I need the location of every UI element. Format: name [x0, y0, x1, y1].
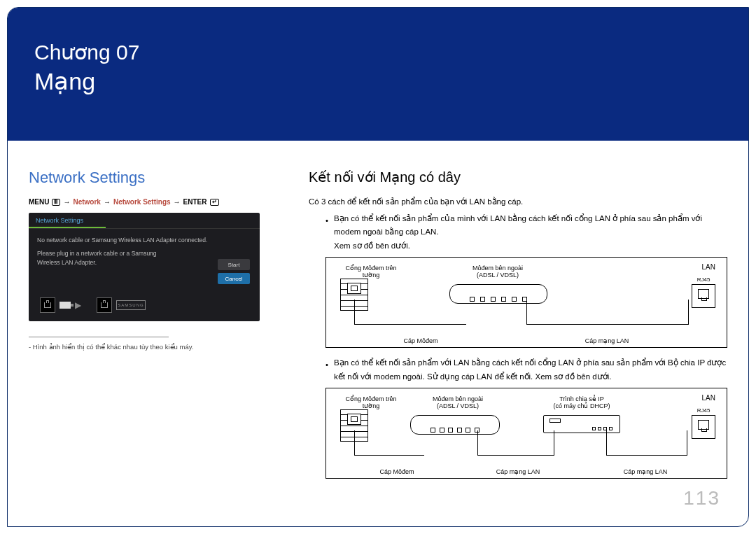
cable-modem-label: Cáp Môđem: [365, 468, 428, 475]
menu-breadcrumb: MENU Ⅲ → Network → Network Settings → EN…: [29, 198, 281, 206]
ip-sharer-sublabel: (có máy chủ DHCP): [543, 402, 620, 409]
intro-text: Có 3 cách để kết nối sản phẩm của bạn vớ…: [309, 195, 727, 209]
section-heading-network-settings: Network Settings: [29, 169, 281, 187]
modem-label: Môđem bên ngoài: [459, 265, 536, 272]
breadcrumb-network-settings: Network Settings: [113, 198, 171, 206]
bullet-text-1: Bạn có thể kết nối sản phẩm của mình với…: [334, 214, 702, 237]
plug-icon: [59, 302, 71, 309]
modem-label: Môđem bên ngoài: [423, 395, 493, 402]
cable-lan-label: Cáp mạng LAN: [568, 337, 645, 344]
ip-sharer-label: Trình chia sẻ IP: [543, 395, 620, 402]
rj45-label: RJ45: [692, 407, 715, 414]
wire-icon: [526, 300, 689, 325]
chapter-number: Chương 07: [34, 38, 722, 66]
page-frame: Chương 07 Mạng Network Settings MENU Ⅲ →…: [7, 7, 749, 527]
arrow-icon: →: [174, 198, 181, 206]
rj45-port-icon: [40, 297, 55, 313]
divider: [29, 337, 169, 337]
screenshot-title: Network Settings: [29, 213, 106, 228]
start-button[interactable]: Start: [218, 259, 250, 270]
cable-modem-label: Cáp Môđem: [382, 337, 459, 344]
page-content: Network Settings MENU Ⅲ → Network → Netw…: [8, 141, 748, 501]
menu-icon: Ⅲ: [52, 199, 60, 206]
breadcrumb-network: Network: [73, 198, 100, 206]
right-column: Kết nối với Mạng có dây Có 3 cách để kết…: [309, 169, 727, 487]
modem-sublabel: (ADSL / VDSL): [459, 272, 536, 279]
lan-label: LAN: [702, 394, 715, 402]
diagram-1: LAN Cổng Môđem trên tường Môđem bên ngoà…: [326, 257, 727, 348]
bullet-dot-icon: •: [326, 212, 328, 253]
modem-sublabel: (ADSL / VDSL): [423, 402, 493, 409]
rj45-port-icon: [97, 297, 112, 313]
wire-icon: [606, 430, 687, 456]
breadcrumb-enter: ENTER: [183, 198, 207, 206]
see-below-text: Xem sơ đồ bên dưới.: [334, 241, 410, 250]
chapter-banner: Chương 07 Mạng: [8, 8, 748, 141]
rj45-label: RJ45: [692, 276, 715, 283]
chapter-title: Mạng: [34, 66, 722, 97]
wall-port-icon: [347, 283, 361, 294]
diagram-2: LAN Cổng Môđem trên tường Môđem bên ngoà…: [326, 388, 727, 479]
wall-port-label: Cổng Môđem trên tường: [336, 265, 406, 279]
breadcrumb-menu: MENU: [29, 198, 49, 206]
arrow-icon: →: [63, 198, 70, 206]
wire-icon: [354, 430, 424, 456]
enter-icon: ↵: [210, 199, 219, 206]
ui-screenshot: Network Settings No network cable or Sam…: [29, 213, 260, 321]
wire-icon: [477, 430, 554, 456]
samsung-logo: SAMSUNG: [116, 300, 146, 310]
screenshot-line1: No network cable or Samsung Wireless LAN…: [37, 236, 251, 245]
screenshot-line2: Please plug in a network cable or a Sams…: [37, 249, 170, 267]
footnote: - Hình ảnh hiển thị có thể khác nhau tùy…: [29, 343, 281, 351]
screenshot-icons: ▶ SAMSUNG: [40, 297, 146, 313]
lan-label: LAN: [702, 263, 715, 271]
wall-port-label: Cổng Môđem trên tường: [336, 395, 406, 409]
wire-icon: [354, 300, 466, 325]
left-column: Network Settings MENU Ⅲ → Network → Netw…: [29, 169, 281, 487]
page-number: 113: [683, 487, 720, 510]
bullet-dot-icon: •: [326, 356, 328, 384]
cable-lan-label: Cáp mạng LAN: [610, 468, 680, 475]
rj45-jack-icon: RJ45: [692, 415, 715, 439]
arrow-right-icon: ▶: [75, 300, 81, 310]
wall-port-icon: [347, 414, 361, 425]
arrow-icon: →: [104, 198, 111, 206]
bullet-text-2: Bạn có thể kết nối sản phẩm với LAN bằng…: [334, 356, 727, 384]
section-heading-wired-network: Kết nối với Mạng có dây: [309, 169, 727, 185]
cancel-button[interactable]: Cancel: [218, 273, 250, 284]
cable-lan-label: Cáp mạng LAN: [483, 468, 553, 475]
rj45-jack-icon: RJ45: [692, 284, 715, 308]
